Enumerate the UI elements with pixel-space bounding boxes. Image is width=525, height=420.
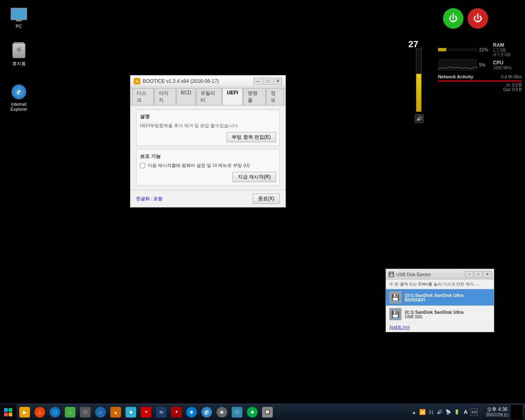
bootice-footer: 한글화 : 로켈 종료(X) <box>130 190 285 207</box>
usb-close-button[interactable]: ✕ <box>483 271 491 278</box>
drive-d-icon: 💾 <box>389 291 402 304</box>
taskbar-app-teal[interactable]: ⬡ <box>230 405 244 420</box>
tab-bcd[interactable]: BCD <box>176 88 196 105</box>
taskbar-app-filesearch[interactable]: 🔲 <box>260 405 275 420</box>
taskbar-app-hammer[interactable]: ✦ <box>169 405 184 420</box>
edit-boot-entries-button[interactable]: 부팅 항목 편집(E) <box>226 132 276 142</box>
green-power-button[interactable]: ⏻ <box>443 8 463 29</box>
desktop-icon-recycle[interactable]: ♻ 휴지통 <box>4 41 34 68</box>
restart-now-button[interactable]: 지금 재시작(R) <box>233 172 276 182</box>
usb-instruction: 두 번 클릭 또는 Enter를 눌러 디스크 안전 제거...... <box>386 280 494 289</box>
drive-c-item[interactable]: 💾 (C:\) SanDisk SanDisk Ultra USB 32G <box>386 306 494 323</box>
usb-minimize-button[interactable]: ─ <box>465 271 473 278</box>
taskbar-app-orange[interactable]: ▲ <box>108 405 123 420</box>
network-title: Network Activity <box>438 74 473 79</box>
taskbar: ▶ △ 🌐 ♪ ⬡ ○ <box>0 404 525 420</box>
ram-percent: 21% <box>479 47 491 52</box>
bootice-minimize-button[interactable]: ─ <box>253 78 262 85</box>
ram-total: of 7.9 GB <box>493 52 522 57</box>
tab-utility[interactable]: 유틸리티 <box>196 88 222 105</box>
clock-area[interactable]: 오후 4:36 20/02/29(토) <box>486 406 509 417</box>
section2-title: 보조 기능 <box>140 153 276 160</box>
tab-cmdline[interactable]: 명령 줄 <box>243 88 266 105</box>
tray-network[interactable]: 📶 <box>419 409 426 416</box>
taskbar-potplayer[interactable]: ▶ <box>17 405 32 420</box>
usb-titlebar: 💾 USB Disk Ejector ─ □ ✕ <box>386 269 494 280</box>
tray-number-21[interactable]: 21 <box>427 409 435 416</box>
pc-icon-label: PC <box>16 24 22 29</box>
drive-d-info: (D:\) SanDisk SanDisk Ultra BIOS/UEFI <box>405 293 491 302</box>
tray-up-arrow[interactable]: ▲ <box>410 409 418 416</box>
bootice-title: BOOTICE v1.3.4 x64 (2016-06-17) <box>143 78 219 84</box>
tray-volume[interactable]: 🔊 <box>436 409 443 416</box>
tab-info[interactable]: 정보 <box>266 88 284 105</box>
cpu-detail: 1600 MHz <box>493 66 522 70</box>
cpu-percent: 5% <box>479 62 491 67</box>
network-uptime: 0 d 0h 06m <box>501 75 522 79</box>
tray-network2[interactable]: 📡 <box>445 409 452 416</box>
usb-ejector-window: 💾 USB Disk Ejector ─ □ ✕ 두 번 클릭 또는 Enter… <box>386 269 494 332</box>
ie-icon-label: Internet Explorer <box>6 102 32 112</box>
section1-title: 설명 <box>140 113 276 120</box>
sys-tray: ▲ 📶 21 🔊 📡 🔋 A KR <box>410 409 478 416</box>
network-bar <box>438 80 522 82</box>
usb-maximize-button[interactable]: □ <box>474 271 482 278</box>
tab-uefi[interactable]: UEFI <box>222 88 242 105</box>
drive-d-sub: BIOS/UEFI <box>405 298 491 302</box>
desktop-icon-ie[interactable]: Internet Explorer <box>4 82 34 113</box>
taskbar-app-music[interactable]: ♪ <box>63 405 78 420</box>
taskbar-app-redstar[interactable]: ✦ <box>139 405 153 420</box>
bootice-tab-bar: 디스크 이미지 BCD 유틸리티 UEFI 명령 줄 정보 <box>130 87 285 105</box>
taskbar-app-7zip[interactable]: 7z <box>154 405 169 420</box>
close-bootice-button[interactable]: 종료(X) <box>253 194 280 204</box>
taskbar-app-circle[interactable]: ○ <box>93 405 108 420</box>
taskbar-app-globe[interactable]: 🌐 <box>48 405 62 420</box>
firmware-checkbox-label: 다음 재시작할때 펌웨어 설정 및 UI 메뉴로 부팅 (U) <box>148 162 250 169</box>
drive-d-name: (D:\) SanDisk SanDisk Ultra <box>405 293 491 298</box>
volume-control[interactable]: 🔊 <box>415 114 424 123</box>
taskbar-right: ▲ 📶 21 🔊 📡 🔋 A KR 오후 4:36 20/02/29(토) <box>408 405 525 420</box>
language-link[interactable]: 한글화 : 로켈 <box>136 196 162 202</box>
tray-keyboard[interactable]: KR <box>470 409 478 416</box>
usb-more-link[interactable]: 자세히 >>> <box>386 323 494 332</box>
network-in: In: 0.0 B <box>507 83 522 87</box>
usb-app-icon: 💾 <box>388 272 394 277</box>
bootice-window: B BOOTICE v1.3.4 x64 (2016-06-17) ─ □ ✕ … <box>130 75 286 208</box>
firmware-checkbox-row: 다음 재시작할때 펌웨어 설정 및 UI 메뉴로 부팅 (U) <box>140 162 276 169</box>
start-button[interactable] <box>0 404 16 420</box>
bootice-close-button[interactable]: ✕ <box>273 78 282 85</box>
taskbar-app-green2[interactable]: ◆ <box>245 405 260 420</box>
taskbar-app-hex[interactable]: ⬡ <box>78 405 93 420</box>
taskbar-app-gray[interactable]: ◉ <box>215 405 229 420</box>
show-desktop-button[interactable] <box>510 405 523 420</box>
desktop-icon-pc[interactable]: PC <box>4 4 34 30</box>
clock-time: 오후 4:36 <box>487 406 508 412</box>
tray-text-a[interactable]: A <box>462 409 469 416</box>
bootice-maximize-button[interactable]: □ <box>263 78 272 85</box>
bootice-app-icon: B <box>134 78 140 84</box>
red-power-button[interactable]: ⏻ <box>468 8 488 29</box>
cpu-graph <box>438 59 477 71</box>
tab-image[interactable]: 이미지 <box>154 88 176 105</box>
taskbar-app-blue[interactable]: ◉ <box>184 405 199 420</box>
tray-divider <box>481 407 481 417</box>
drive-d-item[interactable]: 💾 (D:\) SanDisk SanDisk Ultra BIOS/UEFI <box>386 289 494 306</box>
meter-fill <box>416 74 421 112</box>
drive-c-info: (C:\) SanDisk SanDisk Ultra USB 32G <box>405 310 491 319</box>
taskbar-app-cyan[interactable]: ◆ <box>123 405 138 420</box>
system-monitor: 21% RAM 1.7 GB of 7.9 GB 5% CPU 1600 MHz… <box>435 39 525 97</box>
cpu-label: CPU <box>493 60 522 66</box>
tab-disk[interactable]: 디스크 <box>132 88 154 105</box>
usb-title-label: USB Disk Ejector <box>396 272 431 277</box>
taskbar-apps: ▶ △ 🌐 ♪ ⬡ ○ <box>16 404 408 420</box>
ram-bar <box>438 48 446 51</box>
drive-c-name: (C:\) SanDisk SanDisk Ultra <box>405 310 491 315</box>
network-out: Out: 0.0 B <box>503 87 522 92</box>
tray-battery[interactable]: 🔋 <box>453 409 461 416</box>
drive-c-sub: USB 32G <box>405 315 491 319</box>
drive-c-icon: 💾 <box>389 308 402 320</box>
taskbar-app-aomei[interactable]: △ <box>32 405 47 420</box>
recycle-icon-label: 휴지통 <box>12 61 26 67</box>
firmware-checkbox[interactable] <box>140 163 145 168</box>
taskbar-app-ie2[interactable] <box>199 405 214 420</box>
